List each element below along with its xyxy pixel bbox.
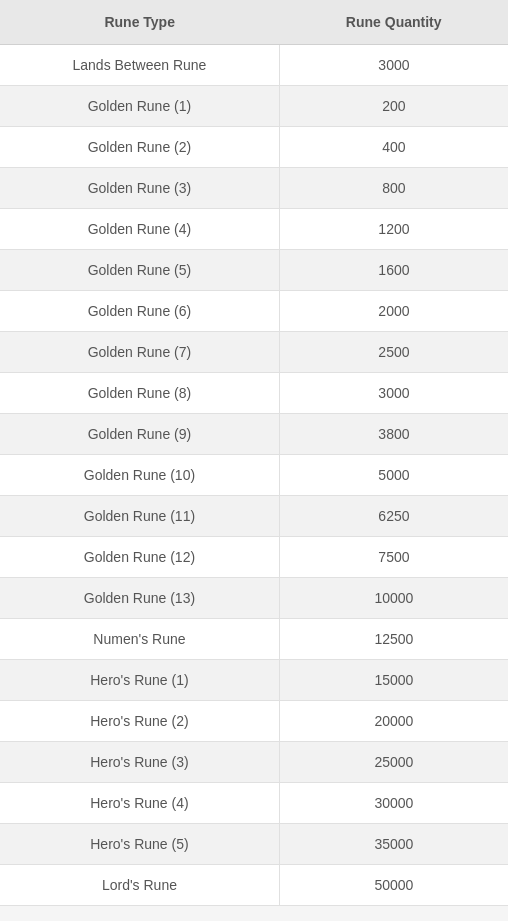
cell-rune-quantity: 3000 [279,373,508,414]
rune-table-container: Rune Type Rune Quantity Lands Between Ru… [0,0,508,906]
cell-rune-type: Golden Rune (3) [0,168,279,209]
cell-rune-quantity: 1200 [279,209,508,250]
cell-rune-type: Golden Rune (2) [0,127,279,168]
cell-rune-quantity: 5000 [279,455,508,496]
table-row: Golden Rune (9)3800 [0,414,508,455]
cell-rune-quantity: 10000 [279,578,508,619]
cell-rune-quantity: 12500 [279,619,508,660]
cell-rune-type: Lord's Rune [0,865,279,906]
table-row: Golden Rune (11)6250 [0,496,508,537]
cell-rune-quantity: 800 [279,168,508,209]
cell-rune-quantity: 7500 [279,537,508,578]
cell-rune-type: Golden Rune (8) [0,373,279,414]
cell-rune-type: Golden Rune (9) [0,414,279,455]
table-row: Golden Rune (7)2500 [0,332,508,373]
cell-rune-type: Hero's Rune (1) [0,660,279,701]
cell-rune-type: Lands Between Rune [0,45,279,86]
table-row: Golden Rune (10)5000 [0,455,508,496]
table-row: Golden Rune (4)1200 [0,209,508,250]
cell-rune-type: Hero's Rune (2) [0,701,279,742]
table-row: Hero's Rune (2)20000 [0,701,508,742]
table-row: Hero's Rune (3)25000 [0,742,508,783]
cell-rune-type: Hero's Rune (3) [0,742,279,783]
table-body: Lands Between Rune3000Golden Rune (1)200… [0,45,508,906]
cell-rune-type: Golden Rune (7) [0,332,279,373]
table-header-row: Rune Type Rune Quantity [0,0,508,45]
header-rune-quantity: Rune Quantity [279,0,508,45]
cell-rune-type: Golden Rune (12) [0,537,279,578]
table-row: Golden Rune (8)3000 [0,373,508,414]
cell-rune-quantity: 400 [279,127,508,168]
cell-rune-quantity: 1600 [279,250,508,291]
cell-rune-quantity: 30000 [279,783,508,824]
table-row: Hero's Rune (1)15000 [0,660,508,701]
table-row: Golden Rune (2)400 [0,127,508,168]
table-row: Hero's Rune (4)30000 [0,783,508,824]
cell-rune-quantity: 2500 [279,332,508,373]
cell-rune-type: Golden Rune (4) [0,209,279,250]
cell-rune-type: Hero's Rune (5) [0,824,279,865]
cell-rune-type: Golden Rune (11) [0,496,279,537]
table-row: Golden Rune (1)200 [0,86,508,127]
cell-rune-type: Golden Rune (5) [0,250,279,291]
table-row: Golden Rune (6)2000 [0,291,508,332]
table-row: Lord's Rune50000 [0,865,508,906]
rune-table: Rune Type Rune Quantity Lands Between Ru… [0,0,508,906]
cell-rune-quantity: 2000 [279,291,508,332]
cell-rune-quantity: 15000 [279,660,508,701]
table-row: Golden Rune (5)1600 [0,250,508,291]
cell-rune-quantity: 3000 [279,45,508,86]
header-rune-type: Rune Type [0,0,279,45]
cell-rune-quantity: 25000 [279,742,508,783]
table-row: Golden Rune (13)10000 [0,578,508,619]
cell-rune-quantity: 35000 [279,824,508,865]
cell-rune-quantity: 200 [279,86,508,127]
table-row: Hero's Rune (5)35000 [0,824,508,865]
cell-rune-type: Numen's Rune [0,619,279,660]
cell-rune-type: Golden Rune (13) [0,578,279,619]
cell-rune-type: Golden Rune (1) [0,86,279,127]
cell-rune-quantity: 6250 [279,496,508,537]
cell-rune-type: Hero's Rune (4) [0,783,279,824]
table-row: Golden Rune (12)7500 [0,537,508,578]
cell-rune-quantity: 20000 [279,701,508,742]
cell-rune-type: Golden Rune (6) [0,291,279,332]
table-row: Golden Rune (3)800 [0,168,508,209]
table-row: Numen's Rune12500 [0,619,508,660]
cell-rune-type: Golden Rune (10) [0,455,279,496]
table-row: Lands Between Rune3000 [0,45,508,86]
cell-rune-quantity: 3800 [279,414,508,455]
cell-rune-quantity: 50000 [279,865,508,906]
